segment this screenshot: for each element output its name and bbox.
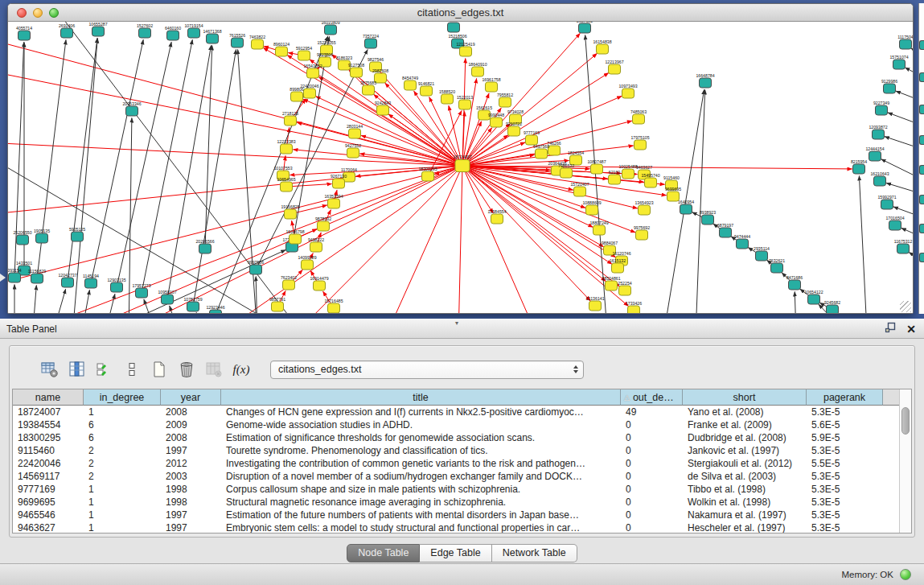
table-mode-icon[interactable]	[40, 360, 60, 379]
graph-node[interactable]	[491, 117, 503, 127]
column-header-out_de[interactable]: △out_de…	[621, 389, 683, 406]
graph-node[interactable]	[619, 286, 631, 295]
graph-edge-black[interactable]	[117, 42, 171, 287]
graph-edge-black[interactable]	[896, 91, 913, 102]
graph-node[interactable]	[869, 151, 881, 161]
graph-node[interactable]	[272, 302, 284, 311]
graph-node[interactable]	[881, 200, 893, 209]
graph-node[interactable]	[579, 23, 591, 33]
graph-node[interactable]	[737, 239, 749, 249]
graph-node[interactable]	[298, 51, 310, 60]
graph-node[interactable]	[827, 305, 839, 314]
row-options-icon[interactable]	[122, 360, 142, 379]
graph-node[interactable]	[276, 47, 288, 56]
graph-edge-black[interactable]	[105, 294, 115, 314]
graph-node[interactable]	[589, 301, 602, 311]
graph-edge-black[interactable]	[68, 38, 97, 282]
graph-edge-black[interactable]	[859, 175, 867, 314]
graph-node[interactable]	[771, 263, 783, 273]
graph-node[interactable]	[365, 39, 377, 48]
graph-node[interactable]	[307, 68, 319, 78]
graph-node[interactable]	[700, 78, 712, 88]
graph-node[interactable]	[486, 82, 498, 92]
graph-node[interactable]	[291, 92, 303, 101]
graph-node[interactable]	[162, 295, 174, 304]
graph-node[interactable]	[290, 234, 302, 244]
show-columns-icon[interactable]	[68, 360, 87, 379]
graph-node[interactable]	[633, 114, 645, 124]
graph-node[interactable]	[314, 281, 326, 290]
graph-node[interactable]	[210, 310, 222, 314]
close-panel-icon[interactable]: ✕	[906, 323, 916, 336]
graph-node[interactable]	[574, 187, 586, 196]
graph-node[interactable]	[680, 204, 692, 214]
graph-node[interactable]	[874, 176, 886, 186]
graph-edge-black[interactable]	[888, 113, 913, 126]
graph-edge-black[interactable]	[885, 137, 913, 150]
graph-node[interactable]	[622, 169, 634, 179]
tab-edge-table[interactable]: Edge Table	[420, 544, 491, 562]
graph-node[interactable]	[310, 242, 322, 252]
graph-edge-red[interactable]	[462, 33, 580, 166]
graph-node[interactable]	[62, 278, 74, 287]
graph-node[interactable]	[460, 47, 472, 56]
graph-node[interactable]	[421, 86, 433, 96]
tab-node-table[interactable]: Node Table	[347, 544, 420, 562]
graph-node[interactable]	[612, 263, 624, 273]
delete-column-trash-icon[interactable]	[177, 360, 196, 379]
graph-edge-black[interactable]	[911, 48, 913, 58]
graph-node[interactable]	[363, 85, 375, 95]
graph-node[interactable]	[377, 105, 389, 115]
function-builder-icon[interactable]: f(x)	[232, 360, 251, 379]
graph-node[interactable]	[17, 235, 29, 245]
graph-edge-black[interactable]	[170, 306, 181, 314]
graph-node[interactable]	[441, 94, 454, 104]
graph-edge-black[interactable]	[32, 285, 36, 314]
graph-node[interactable]	[593, 225, 606, 235]
graph-node[interactable]	[448, 23, 460, 32]
graph-node[interactable]	[889, 220, 901, 230]
graph-node[interactable]	[628, 306, 640, 314]
graph-node[interactable]	[561, 168, 573, 178]
graph-node[interactable]	[606, 281, 618, 290]
graph-node[interactable]	[328, 303, 340, 313]
graph-node[interactable]	[591, 164, 603, 174]
graph-edge-red[interactable]	[462, 166, 604, 247]
graph-node[interactable]	[232, 38, 244, 47]
graph-node[interactable]	[422, 171, 434, 181]
graph-node[interactable]	[207, 34, 219, 43]
graph-node[interactable]	[702, 215, 714, 225]
graph-node[interactable]	[634, 140, 647, 150]
graph-node[interactable]	[853, 164, 865, 174]
graph-node[interactable]	[302, 260, 314, 270]
graph-node[interactable]	[491, 214, 503, 224]
network-canvas[interactable]: 4055714269140610655287152760264601601071…	[8, 22, 913, 314]
graph-node[interactable]	[285, 116, 297, 126]
graph-node[interactable]	[167, 31, 179, 40]
graph-node[interactable]	[756, 251, 768, 261]
table-row[interactable]: 977716911998Corpus callosum shape and si…	[13, 483, 899, 496]
graph-node[interactable]	[111, 282, 123, 292]
column-header-in_degree[interactable]: in_degree	[84, 389, 161, 406]
graph-edge-red[interactable]	[386, 166, 462, 314]
tab-network-table[interactable]: Network Table	[492, 544, 577, 562]
graph-edge-black[interactable]	[91, 39, 143, 283]
graph-edge-red[interactable]	[40, 166, 462, 314]
graph-node[interactable]	[499, 97, 511, 107]
graph-edge-black[interactable]	[906, 68, 913, 78]
graph-node[interactable]	[459, 100, 471, 109]
table-row[interactable]: 1872400712008Changes of HCN gene express…	[13, 406, 899, 418]
graph-node[interactable]	[18, 31, 31, 40]
graph-node[interactable]	[188, 28, 200, 38]
graph-node[interactable]	[31, 274, 43, 283]
graph-node[interactable]	[455, 160, 470, 172]
graph-node[interactable]	[136, 288, 148, 298]
column-header-pagerank[interactable]: pagerank	[807, 389, 883, 406]
graph-node[interactable]	[187, 302, 199, 311]
graph-edge-black[interactable]	[52, 289, 66, 314]
graph-edge-black[interactable]	[196, 312, 209, 314]
graph-node[interactable]	[893, 60, 906, 69]
table-row[interactable]: 1938455462009Genome-wide association stu…	[13, 418, 899, 431]
table-row[interactable]: 911546021997Tourette syndrome. Phenomeno…	[13, 444, 899, 457]
graph-edge-black[interactable]	[909, 252, 913, 263]
